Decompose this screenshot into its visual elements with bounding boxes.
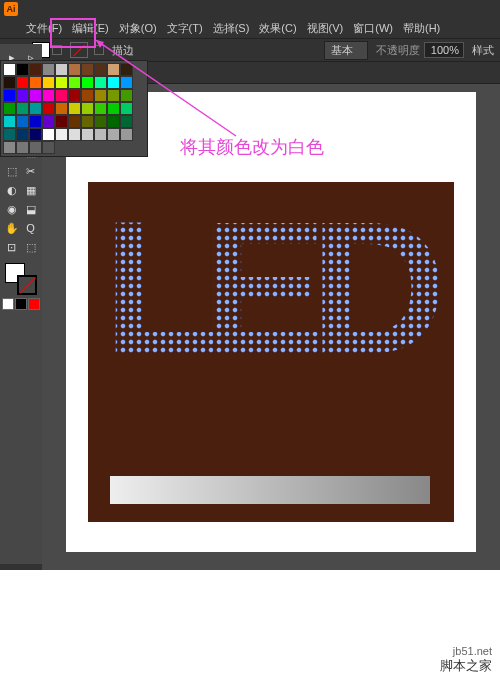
swatch-color[interactable] [55, 102, 68, 115]
swatch-color[interactable] [120, 63, 133, 76]
swatch-color[interactable] [29, 115, 42, 128]
opacity-label: 不透明度 [376, 43, 420, 58]
swatch-color[interactable] [94, 76, 107, 89]
tool-button[interactable]: ⊡ [3, 238, 21, 256]
swatch-color[interactable] [42, 115, 55, 128]
canvas-background[interactable]: LED [88, 182, 454, 522]
swatch-color[interactable] [81, 102, 94, 115]
swatch-color[interactable] [120, 102, 133, 115]
swatch-color[interactable] [55, 63, 68, 76]
swatch-color[interactable] [16, 115, 29, 128]
swatch-color[interactable] [55, 89, 68, 102]
swatch-color[interactable] [94, 102, 107, 115]
tool-button[interactable]: ⬚ [22, 238, 40, 256]
swatch-color[interactable] [16, 102, 29, 115]
swatch-color[interactable] [42, 128, 55, 141]
tool-button[interactable]: ◐ [3, 181, 21, 199]
menu-window[interactable]: 窗口(W) [349, 19, 397, 38]
swatch-color[interactable] [81, 128, 94, 141]
swatch-color[interactable] [16, 89, 29, 102]
swatch-color[interactable] [55, 115, 68, 128]
swatch-color[interactable] [120, 76, 133, 89]
swatch-color[interactable] [3, 128, 16, 141]
swatch-color[interactable] [68, 76, 81, 89]
tool-button[interactable]: ⬓ [22, 200, 40, 218]
led-text-object[interactable]: LED [103, 202, 443, 462]
swatch-color[interactable] [107, 102, 120, 115]
swatch-color[interactable] [3, 63, 16, 76]
swatch-color[interactable] [42, 89, 55, 102]
swatch-color[interactable] [42, 102, 55, 115]
swatch-color[interactable] [81, 115, 94, 128]
swatch-color[interactable] [120, 89, 133, 102]
swatch-color[interactable] [16, 141, 29, 154]
tool-button[interactable]: ✂ [22, 162, 40, 180]
color-mode-button[interactable] [28, 298, 40, 310]
menu-select[interactable]: 选择(S) [209, 19, 254, 38]
swatch-color[interactable] [81, 63, 94, 76]
app-logo: Ai [4, 2, 18, 16]
tool-button[interactable]: ◉ [3, 200, 21, 218]
swatch-color[interactable] [107, 63, 120, 76]
swatch-color[interactable] [16, 63, 29, 76]
swatch-grid [1, 61, 147, 156]
menu-type[interactable]: 文字(T) [163, 19, 207, 38]
swatch-color[interactable] [94, 63, 107, 76]
swatch-color[interactable] [3, 89, 16, 102]
swatch-color[interactable] [29, 102, 42, 115]
watermark-text: 脚本之家 [440, 657, 492, 675]
menu-help[interactable]: 帮助(H) [399, 19, 444, 38]
opacity-value-input[interactable]: 100% [424, 42, 464, 58]
annotation-highlight-box [50, 18, 96, 48]
swatch-color[interactable] [68, 89, 81, 102]
swatch-color[interactable] [68, 128, 81, 141]
swatch-color[interactable] [94, 115, 107, 128]
swatch-color[interactable] [68, 115, 81, 128]
swatch-color[interactable] [68, 63, 81, 76]
gradient-bar[interactable] [110, 476, 430, 504]
menu-effect[interactable]: 效果(C) [255, 19, 300, 38]
swatch-color[interactable] [16, 76, 29, 89]
swatch-color[interactable] [120, 128, 133, 141]
swatch-color[interactable] [107, 89, 120, 102]
swatch-color[interactable] [107, 128, 120, 141]
tool-button[interactable]: Q [22, 219, 40, 237]
swatches-panel[interactable] [0, 60, 148, 157]
swatch-color[interactable] [3, 115, 16, 128]
swatch-color[interactable] [55, 128, 68, 141]
swatch-color[interactable] [42, 63, 55, 76]
menu-object[interactable]: 对象(O) [115, 19, 161, 38]
graphic-style-select[interactable]: 基本 [324, 41, 368, 60]
swatch-color[interactable] [29, 128, 42, 141]
tool-button[interactable]: ✋ [3, 219, 21, 237]
swatch-color[interactable] [29, 76, 42, 89]
watermark-url: jb51.net [453, 645, 492, 657]
swatch-color[interactable] [94, 89, 107, 102]
swatch-color[interactable] [42, 141, 55, 154]
swatch-color[interactable] [29, 141, 42, 154]
swatch-color[interactable] [3, 141, 16, 154]
swatch-color[interactable] [107, 115, 120, 128]
swatch-color[interactable] [81, 76, 94, 89]
tool-button[interactable]: ▦ [22, 181, 40, 199]
swatch-color[interactable] [81, 89, 94, 102]
menu-view[interactable]: 视图(V) [303, 19, 348, 38]
swatch-color[interactable] [42, 76, 55, 89]
color-mode-button[interactable] [15, 298, 27, 310]
tool-button[interactable]: ⬚ [3, 162, 21, 180]
swatch-color[interactable] [16, 128, 29, 141]
swatch-color[interactable] [120, 115, 133, 128]
swatch-color[interactable] [3, 102, 16, 115]
swatch-color[interactable] [94, 128, 107, 141]
stroke-label: 描边 [112, 43, 134, 58]
annotation-text: 将其颜色改为白色 [180, 135, 324, 159]
color-mode-button[interactable] [2, 298, 14, 310]
swatch-color[interactable] [3, 76, 16, 89]
swatch-color[interactable] [107, 76, 120, 89]
artboard: LED [66, 92, 476, 552]
swatch-color[interactable] [29, 89, 42, 102]
swatch-color[interactable] [55, 76, 68, 89]
swatch-color[interactable] [68, 102, 81, 115]
swatch-color[interactable] [29, 63, 42, 76]
stroke-indicator[interactable] [17, 275, 37, 295]
